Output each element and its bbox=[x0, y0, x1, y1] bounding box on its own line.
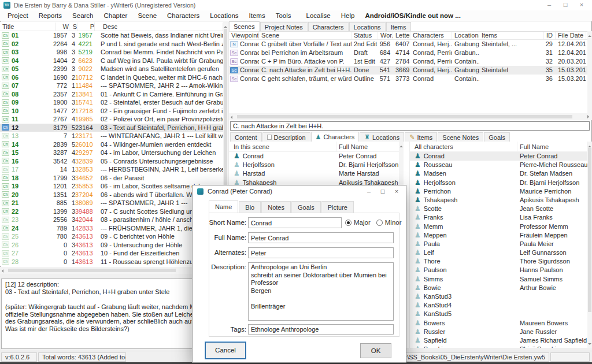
ok-button[interactable]: OK bbox=[360, 343, 391, 358]
character-row[interactable]: ♟ConradPeter Conrad bbox=[410, 152, 587, 161]
menu-item-locations[interactable]: Locations bbox=[205, 12, 243, 19]
column-header-wor-[interactable]: Wor... bbox=[378, 32, 393, 39]
chapter-row[interactable]: Ch12317952316403 - Text auf Steintafel, … bbox=[0, 124, 223, 132]
close-button[interactable]: × bbox=[574, 0, 590, 10]
column-header-full-name[interactable]: Full Name bbox=[517, 142, 587, 151]
tab-characters[interactable]: Characters bbox=[308, 22, 349, 31]
tab-items[interactable]: Items bbox=[386, 22, 411, 31]
menu-item-localise[interactable]: Localise bbox=[301, 12, 336, 19]
column-header-in-this-scene[interactable]: In this scene bbox=[229, 142, 336, 151]
character-row[interactable]: ♟SapfieldJames Richard Sapfield bbox=[410, 336, 587, 345]
scene-row[interactable]: ScConradC. nach Attacke in Zelt bei H+H.… bbox=[229, 66, 587, 75]
major-radio[interactable] bbox=[345, 220, 352, 226]
column-header-locations[interactable]: Locations bbox=[452, 32, 479, 39]
scenes-vertical-scrollbar[interactable] bbox=[587, 31, 592, 113]
chapter-row[interactable]: Ch05239939022Madsen wird ans Satellitent… bbox=[0, 65, 223, 73]
character-row[interactable]: ♟BowieArthur Bowie bbox=[410, 284, 587, 292]
short-name-field[interactable] bbox=[248, 217, 342, 228]
chapter-row[interactable]: Ch26034361309 - Untersuchung der Höhle bbox=[0, 241, 223, 250]
character-row[interactable]: ♟RousseauPierre-Michel Rousseau bbox=[410, 161, 587, 169]
chapter-row[interactable]: Ch23255634204408 - parasitenhirn / höhle… bbox=[0, 216, 223, 224]
minimize-button[interactable]: – bbox=[541, 0, 557, 10]
character-row[interactable]: ♟KanStud3 bbox=[410, 292, 587, 301]
menu-item-reports[interactable]: Reports bbox=[34, 12, 67, 19]
chapter-row[interactable]: Ch07772111484--- SPÄTSOMMER, JAHR 2 --- … bbox=[0, 81, 223, 90]
chapter-row[interactable]: Ch24789142833--- FRÜHSOMMER, JAHR 1, die… bbox=[0, 224, 223, 233]
tab-scenes[interactable]: Scenes bbox=[229, 21, 260, 31]
character-row[interactable]: ♟PaulaPaula Meier bbox=[410, 240, 587, 248]
chapter-row[interactable]: Ch2578024361309 - C berichtet von Höhle bbox=[0, 232, 223, 241]
dialog-tab-goals[interactable]: Goals bbox=[291, 201, 321, 213]
minor-radio[interactable] bbox=[376, 220, 383, 226]
dialog-tab-notes[interactable]: Notes bbox=[261, 201, 291, 213]
scene-row[interactable]: ScConradC geht schlafen, träumt, er würd… bbox=[229, 75, 587, 83]
character-row[interactable]: ♟ScotteJean Scotte bbox=[410, 205, 587, 213]
menu-item-project[interactable]: Project bbox=[2, 12, 34, 19]
tags-field[interactable] bbox=[248, 324, 394, 335]
scene-row[interactable]: NConradC grübelt über Vorfälle / Text au… bbox=[229, 40, 587, 49]
character-row[interactable]: ♟HerjolfssonDr. Bjarni Herjolfsson bbox=[410, 179, 587, 187]
column-header-scenes[interactable]: S bbox=[69, 23, 77, 31]
scroll-up-icon[interactable] bbox=[588, 34, 591, 37]
menu-item-chapter[interactable]: Chapter bbox=[99, 12, 133, 19]
chapter-row[interactable]: Ch22139933948807 - C sucht Scottes Siedl… bbox=[0, 207, 223, 216]
menu-item-search[interactable]: Search bbox=[67, 12, 98, 19]
dialog-minimize-button[interactable]: – bbox=[362, 187, 376, 197]
tab-locations[interactable]: ♜Locations bbox=[360, 132, 404, 142]
scroll-up-icon[interactable] bbox=[399, 144, 403, 147]
menu-item-help[interactable]: Help bbox=[336, 12, 360, 19]
maximize-button[interactable]: □ bbox=[557, 0, 574, 10]
chapter-row[interactable]: Ch27024361310 - Fund der Eiszeitleichen bbox=[0, 249, 223, 258]
chapter-row[interactable]: Ch02226444221P und L sind gerade erst na… bbox=[0, 40, 223, 49]
column-header-status[interactable]: Status bbox=[352, 32, 378, 39]
scene-title-input[interactable] bbox=[230, 121, 590, 131]
scroll-right-icon[interactable] bbox=[587, 115, 591, 118]
chapter-row[interactable]: Ch137123171--- WINTERANFANG, JAHR 1 --- … bbox=[0, 132, 223, 140]
chapter-row[interactable]: Ch20135123720406 - abends wird T überfal… bbox=[0, 191, 223, 199]
in-scene-vertical-scrollbar[interactable] bbox=[399, 142, 404, 185]
column-header-letters[interactable]: Letters bbox=[393, 32, 410, 39]
chapter-row[interactable]: Ch15328742929704 - im Labor, Untersuchun… bbox=[0, 148, 223, 157]
alternates-field[interactable] bbox=[248, 247, 394, 258]
character-row[interactable]: ♟SimmsSamuel Simms bbox=[410, 275, 587, 284]
column-header-characters[interactable]: Characters bbox=[410, 32, 452, 39]
tab-project-notes[interactable]: Project Notes bbox=[260, 22, 308, 31]
column-header-words[interactable]: W bbox=[56, 23, 69, 31]
column-header-viewpoint[interactable]: Viewpoint bbox=[229, 32, 259, 39]
character-row[interactable]: ♟PaulsonHanns Paulson bbox=[410, 266, 587, 274]
column-header-file-date[interactable]: File Date bbox=[556, 32, 586, 39]
all-characters-vertical-scrollbar-thumb[interactable] bbox=[588, 148, 591, 312]
dialog-tab-picture[interactable]: Picture bbox=[321, 201, 354, 213]
scroll-up-icon[interactable] bbox=[588, 144, 591, 147]
character-row[interactable]: ♟MeppenFräulein Meppen bbox=[410, 231, 587, 240]
chapter-row[interactable]: Ch09190031574102 - Steintafel, erster Be… bbox=[0, 98, 223, 107]
scroll-up-icon[interactable] bbox=[224, 24, 227, 28]
scroll-down-icon[interactable] bbox=[588, 343, 591, 347]
tab-scene-notes[interactable]: Scene Notes bbox=[438, 132, 483, 142]
menu-item-scene[interactable]: Scene bbox=[132, 12, 162, 19]
chapter-row[interactable]: Ch28014361311 - Rousseau sprengt Höhlenz… bbox=[0, 258, 223, 266]
character-row[interactable]: ♟PerrichonMaurice Perrichon bbox=[410, 187, 587, 196]
tab-content[interactable]: Content bbox=[230, 132, 262, 142]
chapter-row[interactable]: Ch061690210712C landet in Quebec, weiter… bbox=[0, 73, 223, 82]
character-row[interactable]: ♟MemmProfessor Memm bbox=[410, 222, 587, 231]
cancel-button[interactable]: Cancel bbox=[205, 342, 246, 359]
chapter-row[interactable]: Ch10147721721802 - Ein grausiger Fund - … bbox=[0, 107, 223, 116]
character-row[interactable]: ♟KanStud5 bbox=[410, 310, 587, 318]
scene-row[interactable]: ScConradC + P im Büro. Attacke von P.1st… bbox=[229, 57, 587, 66]
chapter-row[interactable]: Ch19120123585306 - im Labor, Scottes sel… bbox=[0, 182, 223, 191]
character-row[interactable]: ♟HarstadMarte Harstad bbox=[229, 169, 404, 178]
chapter-row[interactable]: Ch1714132853--- HERBSTBEGINN, JAHR 1, Le… bbox=[0, 165, 223, 174]
tab-characters[interactable]: ♟Characters bbox=[311, 132, 360, 142]
chapter-row[interactable]: Ch08235721384101 - Ankunft C in Carrière… bbox=[0, 90, 223, 99]
chapter-row[interactable]: Ch14283952601004 - Wikinger-Mumien werde… bbox=[0, 140, 223, 149]
character-row[interactable]: ♟FranksLisa Franks bbox=[410, 213, 587, 222]
column-header-desc[interactable]: Desc bbox=[95, 23, 223, 31]
dialog-close-button[interactable]: × bbox=[390, 187, 404, 197]
menu-item-items[interactable]: Items bbox=[244, 12, 271, 19]
character-row[interactable]: ♟RusslerJane Russler bbox=[410, 328, 587, 336]
chapter-row[interactable]: Ch18179933465206 - der Parasit bbox=[0, 174, 223, 183]
character-row[interactable]: ♟ThoreThore Sigurdsson bbox=[410, 257, 587, 266]
chapter-row[interactable]: Ch04140426623C auf Weg ins DAI. Paula wi… bbox=[0, 57, 223, 65]
dialog-tab-name[interactable]: Name bbox=[209, 200, 238, 213]
